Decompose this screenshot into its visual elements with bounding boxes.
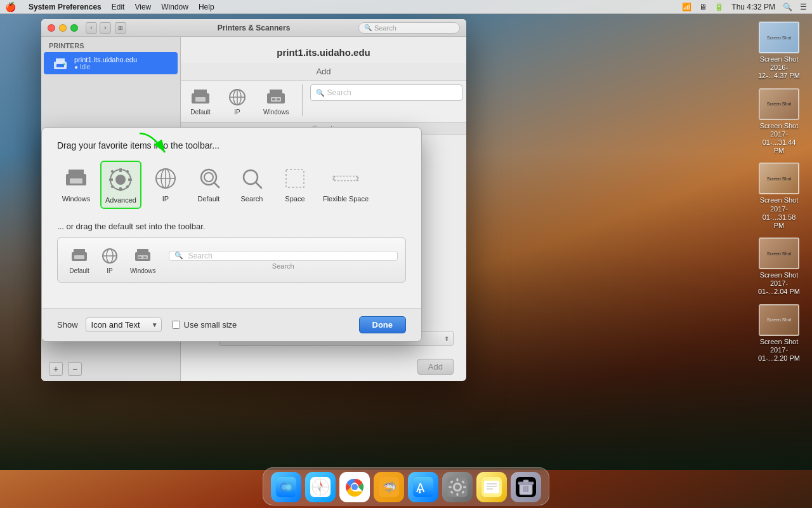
menubar-view[interactable]: View xyxy=(134,3,151,11)
ip-toolbar-icon xyxy=(152,164,180,192)
add-printer-button[interactable]: Add xyxy=(417,359,454,375)
minimize-button[interactable] xyxy=(59,24,67,32)
toolbar-item-flexible-space[interactable]: Flexible Space xyxy=(319,161,372,206)
svg-rect-6 xyxy=(195,97,206,102)
printer-name: print1.its.uidaho.edu xyxy=(74,56,137,64)
default-set-search-box[interactable]: 🔍 Search xyxy=(169,251,398,261)
def-search-placeholder: Search xyxy=(188,251,213,260)
apple-menu[interactable]: 🍎 xyxy=(5,2,16,12)
back-button[interactable]: ‹ xyxy=(86,22,97,34)
default-icon xyxy=(190,87,211,107)
svg-rect-24 xyxy=(128,178,132,181)
toolbar-item-space[interactable]: Space xyxy=(276,161,314,206)
windows-icon xyxy=(266,87,286,107)
small-size-checkbox[interactable] xyxy=(172,321,180,329)
system-preferences-icon xyxy=(442,472,473,502)
toolbar-item-advanced[interactable]: Advanced xyxy=(100,161,141,209)
show-select[interactable]: Icon and Text Icon Only Text Only xyxy=(86,318,162,332)
default-label: Default xyxy=(190,109,211,116)
svg-rect-1 xyxy=(56,58,65,62)
dock-appstore[interactable]: A ⬇ xyxy=(408,472,438,502)
default-set-search-area: 🔍 Search Search xyxy=(169,251,398,270)
notification-icon[interactable]: ☰ xyxy=(800,3,807,11)
toolbar-windows-btn[interactable]: Windows xyxy=(258,84,294,118)
menubar-help[interactable]: Help xyxy=(199,3,214,11)
svg-rect-18 xyxy=(70,178,82,184)
sidebar-remove-button[interactable]: − xyxy=(68,362,82,376)
svg-rect-53 xyxy=(138,257,141,258)
desktop-icons: Screen Shot Screen Shot2016-12-...4.37 P… xyxy=(754,19,804,365)
finder-icon xyxy=(271,472,301,502)
toolbar-customization-dialog: Drag your favorite items into the toolba… xyxy=(41,127,422,342)
sidebar-item-printer[interactable]: print1.its.uidaho.edu ● Idle xyxy=(44,52,178,74)
forward-button[interactable]: › xyxy=(100,22,111,34)
dock-settings[interactable] xyxy=(442,472,473,502)
def-ip-btn[interactable]: IP xyxy=(96,243,124,277)
svg-point-36 xyxy=(244,170,258,184)
toolbar-item-windows-label: Windows xyxy=(62,195,91,203)
dock-grooveshark[interactable]: 🦈 xyxy=(374,472,404,502)
svg-rect-90 xyxy=(484,481,499,493)
menubar-time: Thu 4:32 PM xyxy=(731,3,775,11)
done-button[interactable]: Done xyxy=(359,316,407,333)
close-button[interactable] xyxy=(48,24,55,32)
def-ip-label: IP xyxy=(107,267,112,274)
def-windows-label: Windows xyxy=(130,267,156,274)
toolbar-item-default[interactable]: Default xyxy=(190,161,228,206)
show-label: Show xyxy=(57,320,78,330)
title-search-box[interactable]: 🔍 Search xyxy=(358,22,460,34)
toolbar-item-search-label: Search xyxy=(241,195,263,203)
svg-rect-27 xyxy=(111,185,115,189)
spotlight-icon[interactable]: 🔍 xyxy=(783,3,792,11)
toolbar-ip-btn[interactable]: IP xyxy=(221,84,253,118)
add-search-box[interactable]: 🔍 Search xyxy=(310,84,462,101)
toolbar-item-ip[interactable]: IP xyxy=(147,161,185,206)
toolbar-items-row: Windows xyxy=(57,161,406,209)
sidebar-add-button[interactable]: + xyxy=(49,362,63,376)
def-default-btn[interactable]: Default xyxy=(65,243,93,277)
svg-rect-97 xyxy=(523,480,528,483)
svg-rect-84 xyxy=(463,486,466,488)
svg-point-59 xyxy=(282,485,287,490)
battery-icon[interactable]: 🔋 xyxy=(714,3,724,11)
add-btn-row: Add xyxy=(181,352,466,381)
dialog-content: Drag your favorite items into the toolba… xyxy=(42,128,421,308)
desktop-icon-2[interactable]: Screen Shot Screen Shot2017-01-...31.44 … xyxy=(754,86,804,158)
display-icon[interactable]: 🖥 xyxy=(699,3,707,11)
default-set-label: ... or drag the default set into the too… xyxy=(57,222,406,231)
desktop-icon-5[interactable]: Screen Shot Screen Shot2017-01-...2.20 P… xyxy=(754,302,804,366)
printer-status: ● Idle xyxy=(74,64,137,70)
desktop-icon-3[interactable]: Screen Shot Screen Shot2017-01-...31.58 … xyxy=(754,160,804,232)
dock-finder[interactable] xyxy=(271,472,301,502)
default-toolbar-icon xyxy=(195,164,223,192)
toolbar-item-search[interactable]: Search xyxy=(233,161,271,206)
svg-rect-14 xyxy=(272,98,275,100)
toolbar-item-windows[interactable]: Windows xyxy=(57,161,95,206)
dialog-footer: Show Icon and Text Icon Only Text Only ▼… xyxy=(42,308,421,341)
menubar-system-preferences[interactable]: System Preferences xyxy=(29,3,102,11)
drag-instruction: Drag your favorite items into the toolba… xyxy=(57,140,406,150)
maximize-button[interactable] xyxy=(70,24,78,32)
desktop-icon-4[interactable]: Screen Shot Screen Shot2017-01-...2.04 P… xyxy=(754,235,804,299)
toolbar-separator xyxy=(302,84,303,116)
dock-trash[interactable] xyxy=(511,472,541,502)
menubar-edit[interactable]: Edit xyxy=(112,3,125,11)
sidebar-bottom: + − xyxy=(41,357,180,381)
def-windows-btn[interactable]: Windows xyxy=(126,243,160,277)
toolbar-default-btn[interactable]: Default xyxy=(185,84,216,118)
dock-notes[interactable] xyxy=(476,472,507,502)
dock-chrome[interactable] xyxy=(339,472,370,502)
dock-safari[interactable] xyxy=(305,472,336,502)
wifi-icon[interactable]: 📶 xyxy=(682,3,691,11)
def-windows-icon xyxy=(133,246,153,266)
menubar-window[interactable]: Window xyxy=(161,3,188,11)
printer-header: print1.its.uidaho.edu xyxy=(181,37,466,63)
flexible-space-toolbar-icon xyxy=(332,164,360,192)
toolbar-item-default-label: Default xyxy=(198,195,220,203)
trash-icon xyxy=(511,472,541,502)
desktop-icon-1[interactable]: Screen Shot Screen Shot2016-12-...4.37 P… xyxy=(754,19,804,83)
small-size-checkbox-row: Use small size xyxy=(172,320,237,330)
grid-button[interactable]: ⊞ xyxy=(115,22,126,34)
toolbar-item-flexible-space-label: Flexible Space xyxy=(323,195,369,203)
nav-buttons: ‹ › xyxy=(86,22,111,34)
